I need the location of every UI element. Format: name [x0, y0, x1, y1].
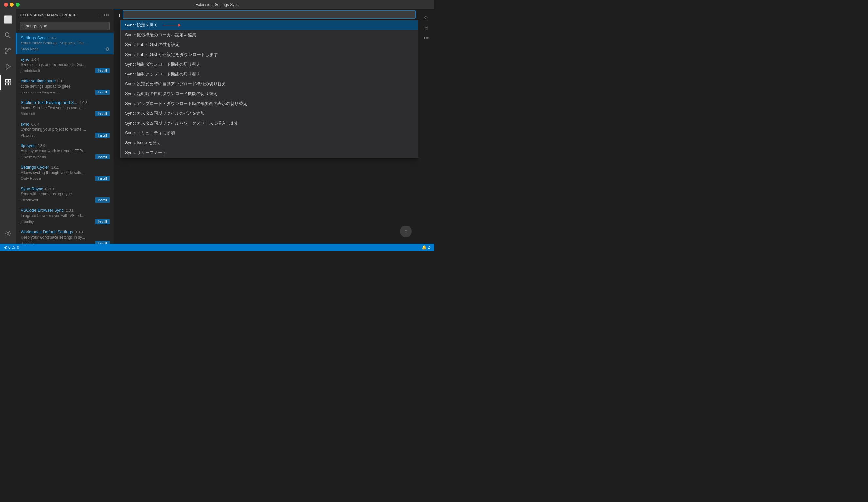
dropdown-item-7[interactable]: Sync: 起動時の自動ダウンロード機能の切り替え — [121, 89, 418, 99]
error-icon: ⊗ — [4, 245, 7, 250]
extension-item-workspace-default[interactable]: Workspace Default Settings 0.0.3 Keep yo… — [16, 227, 114, 244]
close-button[interactable] — [4, 3, 8, 7]
ext-name: ftp-sync — [21, 143, 35, 148]
sidebar: EXTENSIONS: MARKETPLACE ≡ ••• Settings S… — [16, 9, 114, 244]
sidebar-header-title: EXTENSIONS: MARKETPLACE — [20, 13, 77, 17]
install-button[interactable]: Install — [95, 111, 110, 116]
install-button[interactable]: Install — [95, 219, 110, 224]
install-button[interactable]: Install — [95, 176, 110, 181]
install-button[interactable]: Install — [95, 241, 110, 244]
svg-rect-9 — [6, 80, 8, 82]
dropdown-item-5[interactable]: Sync: 強制アップロード機能の切り替え — [121, 69, 418, 79]
gear-icon[interactable]: ⚙ — [105, 47, 110, 52]
ext-desc: Synchronize Settings, Snippets, The... — [21, 41, 105, 46]
extension-item-browser-sync[interactable]: VSCode Browser Sync 1.3.1 Integrate brow… — [16, 205, 114, 227]
status-errors[interactable]: ⊗ 0 ⚠ 0 — [4, 245, 19, 250]
svg-rect-12 — [9, 83, 11, 85]
svg-rect-11 — [6, 83, 8, 85]
ext-version: 0.0.3 — [75, 230, 83, 234]
more-icon[interactable]: ••• — [421, 33, 431, 43]
dropdown-item-3[interactable]: Sync: Public Gist から設定をダウンロードします — [121, 50, 418, 60]
extension-item-sync2[interactable]: sync 0.0.4 Synchroning your project to r… — [16, 119, 114, 141]
bell-count: 2 — [428, 245, 430, 250]
search-input[interactable] — [20, 22, 110, 30]
ext-version: 4.0.3 — [79, 101, 87, 104]
main-area: ⊞ Extension: Settings Sync ↕ Settings Sy… — [114, 9, 418, 244]
dropdown-item-11[interactable]: Sync: コミュニティに参加 — [121, 128, 418, 138]
activity-scm[interactable] — [0, 43, 16, 59]
install-button[interactable]: Install — [95, 198, 110, 203]
status-bell[interactable]: 🔔 2 — [422, 245, 430, 250]
ext-name: Settings Sync — [21, 35, 47, 40]
ext-author: dangmai — [21, 241, 34, 244]
extension-item-settings-cycler[interactable]: Settings Cycler 1.0.1 Allows cycling thr… — [16, 162, 114, 184]
traffic-lights — [4, 3, 20, 7]
titlebar: Extension: Settings Sync — [0, 0, 434, 9]
extension-item-sync[interactable]: sync 1.0.4 Sync settings and extensions … — [16, 54, 114, 76]
command-palette-input[interactable] — [123, 10, 416, 19]
window-title: Extension: Settings Sync — [195, 2, 239, 7]
install-button[interactable]: Install — [95, 154, 110, 160]
svg-marker-8 — [6, 64, 11, 70]
dropdown-item-4[interactable]: Sync: 強制ダウンロード機能の切り替え — [121, 60, 418, 69]
activity-search[interactable] — [0, 28, 16, 43]
ext-author: Plutonist — [21, 133, 34, 137]
dropdown-item-10[interactable]: Sync: カスタム同期ファイルをワークスペースに挿入します — [121, 118, 418, 128]
extension-item-ftp-sync[interactable]: ftp-sync 0.3.9 Auto sync your work to re… — [16, 141, 114, 162]
ext-version: 0.0.4 — [31, 122, 39, 126]
install-button[interactable]: Install — [95, 68, 110, 73]
maximize-button[interactable] — [16, 3, 20, 7]
extension-item-sync-rsync[interactable]: Sync-Rsync 0.36.0 Sync with remote using… — [16, 184, 114, 205]
svg-point-3 — [9, 48, 11, 50]
more-actions-button[interactable]: ••• — [103, 11, 110, 18]
scroll-top-button[interactable]: ↑ — [400, 225, 412, 237]
dropdown-item-9[interactable]: Sync: カスタム同期ファイルのパスを追加 — [121, 109, 418, 118]
dropdown-item-6[interactable]: Sync: 設定変更時の自動アップロード機能の切り替え — [121, 79, 418, 89]
activity-extensions[interactable] — [0, 74, 16, 90]
warning-icon: ⚠ — [12, 245, 16, 250]
ext-version: 1.3.1 — [66, 209, 73, 212]
ext-author: Cody Hoover — [21, 177, 41, 180]
layout-icon[interactable]: ⊟ — [421, 22, 431, 33]
status-bar: ⊗ 0 ⚠ 0 🔔 2 — [0, 244, 434, 251]
ext-name: code settings sync — [21, 79, 55, 83]
ext-version: 0.1.5 — [58, 79, 65, 83]
filter-button[interactable]: ≡ — [97, 11, 101, 18]
dropdown-item-13[interactable]: Sync: リリースノート — [121, 148, 418, 158]
dropdown-item-0[interactable]: Sync: 設定を開く — [121, 20, 418, 30]
extension-item-sublime-keymap[interactable]: Sublime Text Keymap and S... 4.0.3 Impor… — [16, 97, 114, 119]
dropdown-item-12[interactable]: Sync: Issue を開く — [121, 138, 418, 148]
app-body: ⬜ EXTENSIONS: MARKETPLACE ≡ ••• — [0, 9, 434, 244]
dropdown-input-row — [120, 9, 418, 20]
ext-desc: Keep your workspace settings in sy... — [21, 235, 105, 240]
activity-debug[interactable] — [0, 59, 16, 74]
remote-icon[interactable]: ◇ — [421, 12, 431, 22]
ext-author: jacobdufault — [21, 69, 40, 72]
status-right: 🔔 2 — [422, 245, 430, 250]
ext-name: Workspace Default Settings — [21, 229, 73, 234]
install-button[interactable]: Install — [95, 90, 110, 95]
dropdown-container: Sync: 設定を開く Sync: 拡張機能のローカル設定を編集 Sync: P… — [120, 9, 418, 158]
right-bar: ◇ ⊟ ••• — [418, 9, 434, 244]
extension-item-settings-sync[interactable]: Settings Sync 3.4.2 Synchronize Settings… — [16, 33, 114, 54]
ext-name: Sublime Text Keymap and S... — [21, 100, 78, 105]
minimize-button[interactable] — [10, 3, 14, 7]
ext-version: 1.0.4 — [31, 58, 39, 61]
sidebar-header: EXTENSIONS: MARKETPLACE ≡ ••• — [16, 9, 114, 21]
activity-settings[interactable] — [0, 225, 16, 241]
dropdown-item-1[interactable]: Sync: 拡張機能のローカル設定を編集 — [121, 30, 418, 40]
dropdown-item-2[interactable]: Sync: Public Gist の共有設定 — [121, 40, 418, 50]
ext-author: Łukasz Wroński — [21, 155, 46, 159]
error-count: 0 — [9, 245, 11, 250]
activity-explorer[interactable]: ⬜ — [0, 12, 16, 28]
svg-rect-10 — [9, 80, 11, 82]
ext-desc: Auto sync your work to remote FTP/... — [21, 149, 105, 153]
ext-name: VSCode Browser Sync — [21, 208, 64, 213]
extension-item-code-settings-sync[interactable]: code settings sync 0.1.5 code settings u… — [16, 76, 114, 97]
ext-version: 0.3.9 — [38, 144, 45, 148]
dropdown-item-8[interactable]: Sync: アップロード・ダウンロード時の概要画面表示の切り替え — [121, 99, 418, 109]
install-button[interactable]: Install — [95, 133, 110, 138]
svg-point-4 — [5, 52, 7, 54]
dropdown-list: Sync: 設定を開く Sync: 拡張機能のローカル設定を編集 Sync: P… — [120, 20, 418, 158]
warning-count: 0 — [17, 245, 19, 250]
